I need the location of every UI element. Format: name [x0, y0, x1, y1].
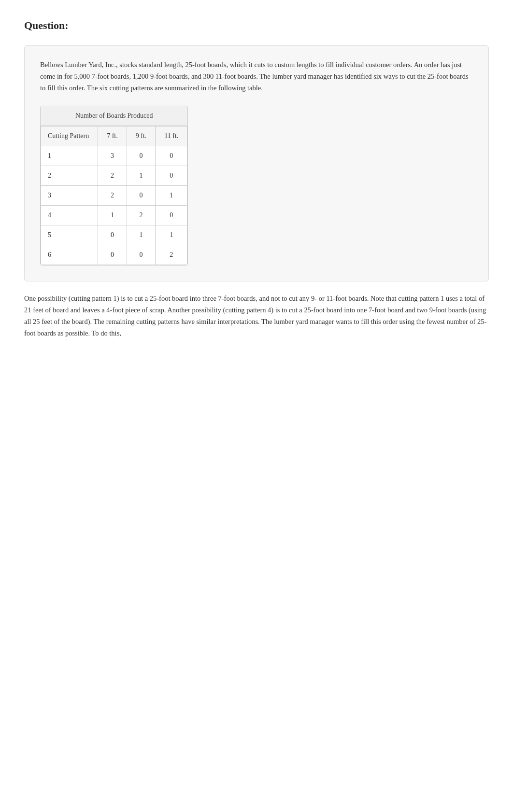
cell-11ft-2: 0	[156, 166, 187, 185]
table-row: 5011	[41, 225, 187, 245]
cell-11ft-4: 0	[156, 205, 187, 225]
cell-pattern-6: 6	[41, 245, 98, 265]
cell-7ft-2: 2	[98, 166, 127, 185]
footer-text: One possibility (cutting pattern 1) is t…	[24, 293, 489, 339]
col-header-9ft: 9 ft.	[127, 126, 156, 146]
cell-11ft-1: 0	[156, 146, 187, 166]
cell-9ft-1: 0	[127, 146, 156, 166]
content-card: Bellows Lumber Yard, Inc., stocks standa…	[24, 45, 489, 281]
table-row: 2210	[41, 166, 187, 185]
cell-9ft-2: 1	[127, 166, 156, 185]
cell-pattern-2: 2	[41, 166, 98, 185]
page-title: Question:	[24, 19, 489, 32]
cell-11ft-6: 2	[156, 245, 187, 265]
cell-9ft-5: 1	[127, 225, 156, 245]
cell-11ft-3: 1	[156, 185, 187, 205]
col-header-11ft: 11 ft.	[156, 126, 187, 146]
cell-11ft-5: 1	[156, 225, 187, 245]
cell-9ft-4: 2	[127, 205, 156, 225]
data-table-wrapper: Number of Boards Produced Cutting Patter…	[40, 106, 188, 266]
cell-pattern-1: 1	[41, 146, 98, 166]
col-header-7ft: 7 ft.	[98, 126, 127, 146]
table-row: 3201	[41, 185, 187, 205]
intro-text: Bellows Lumber Yard, Inc., stocks standa…	[40, 59, 473, 94]
cell-pattern-3: 3	[41, 185, 98, 205]
cell-7ft-6: 0	[98, 245, 127, 265]
cell-9ft-6: 0	[127, 245, 156, 265]
cell-7ft-3: 2	[98, 185, 127, 205]
cell-9ft-3: 0	[127, 185, 156, 205]
table-row: 6002	[41, 245, 187, 265]
cell-7ft-4: 1	[98, 205, 127, 225]
col-header-pattern: Cutting Pattern	[41, 126, 98, 146]
table-group-header: Number of Boards Produced	[41, 106, 187, 126]
table-row: 4120	[41, 205, 187, 225]
cell-pattern-4: 4	[41, 205, 98, 225]
cell-7ft-5: 0	[98, 225, 127, 245]
table-row: 1300	[41, 146, 187, 166]
cutting-pattern-table: Cutting Pattern 7 ft. 9 ft. 11 ft. 13002…	[41, 126, 187, 265]
cell-pattern-5: 5	[41, 225, 98, 245]
cell-7ft-1: 3	[98, 146, 127, 166]
